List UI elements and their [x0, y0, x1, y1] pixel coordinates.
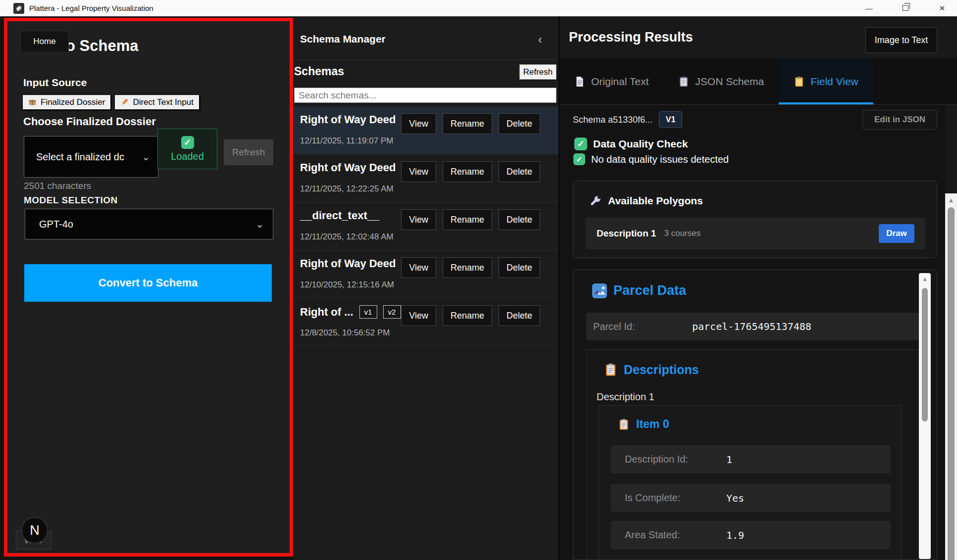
- view-button[interactable]: View: [401, 113, 436, 134]
- schema-date: 12/11/2025, 12:02:48 AM: [300, 232, 394, 242]
- schema-reference: Schema a51330f6...: [573, 115, 653, 125]
- refresh-dossier-button[interactable]: Refresh: [224, 140, 273, 165]
- schema-list-item[interactable]: Right of Way Deed 12/11/2025, 12:22:25 A…: [293, 154, 558, 202]
- scroll-up-icon[interactable]: ▲: [919, 273, 931, 285]
- window-title: Plattera - Legal Property Visualization: [29, 4, 153, 12]
- schema-name: Right of ... v1 v2: [300, 305, 401, 319]
- field-label: Is Complete:: [625, 492, 726, 504]
- scroll-up-icon[interactable]: ▲: [945, 193, 957, 206]
- version-badge-v1[interactable]: v1: [359, 305, 377, 319]
- field-value: 1: [726, 454, 732, 466]
- text-to-schema-panel: Home o Schema Input Source Finalized Dos…: [4, 18, 293, 557]
- scrollbar-thumb[interactable]: [948, 207, 955, 560]
- convert-to-schema-button[interactable]: Convert to Schema: [24, 264, 272, 302]
- rename-button[interactable]: Rename: [443, 209, 492, 230]
- minimize-button[interactable]: —: [862, 4, 876, 12]
- descriptions-title-text: Descriptions: [624, 363, 699, 377]
- schema-manager-title: Schema Manager: [300, 33, 386, 45]
- available-polygons-card: Available Polygons Description 1 3 cours…: [573, 181, 937, 258]
- delete-button[interactable]: Delete: [499, 305, 540, 326]
- wrench-icon: [590, 195, 602, 207]
- rename-button[interactable]: Rename: [443, 305, 492, 326]
- scrollbar-thumb[interactable]: [922, 288, 928, 421]
- dossier-select[interactable]: Select a finalized dc ⌄: [24, 136, 158, 178]
- delete-button[interactable]: Delete: [499, 161, 540, 182]
- character-count: 2501 characters: [24, 181, 91, 191]
- model-select[interactable]: GPT-4o ⌄: [25, 209, 273, 239]
- description-id-row: Description Id: 1: [611, 445, 891, 473]
- field-value: 1.9: [726, 529, 744, 541]
- polygon-row: Description 1 3 courses Draw: [586, 218, 925, 249]
- view-button[interactable]: View: [401, 257, 436, 278]
- polygons-title-text: Available Polygons: [608, 195, 703, 207]
- delete-button[interactable]: Delete: [499, 113, 540, 134]
- home-button[interactable]: Home: [20, 31, 69, 52]
- view-button[interactable]: View: [401, 305, 436, 326]
- pencil-icon: [120, 98, 129, 106]
- edit-in-json-button[interactable]: Edit in JSON: [862, 110, 937, 130]
- schema-name-text: Right of ...: [300, 306, 353, 319]
- schema-date: 12/8/2025, 10:56:52 PM: [300, 328, 390, 338]
- tab-json-schema[interactable]: JSON Schema: [663, 58, 779, 104]
- data-quality-text: No data quality issues detected: [591, 154, 729, 165]
- schema-date: 12/11/2025, 12:22:25 AM: [300, 184, 394, 194]
- app-icon: [13, 3, 24, 14]
- restore-icon: [903, 5, 908, 11]
- search-input[interactable]: [294, 88, 556, 103]
- available-polygons-title: Available Polygons: [590, 195, 703, 207]
- schema-version-badge[interactable]: V1: [659, 111, 682, 128]
- rename-button[interactable]: Rename: [443, 161, 492, 182]
- draw-button[interactable]: Draw: [879, 224, 914, 243]
- view-button[interactable]: View: [401, 161, 436, 182]
- parcel-id-row: Parcel Id: parcel-1765495137488: [586, 313, 920, 340]
- chevron-down-icon: ⌄: [142, 151, 150, 163]
- tab-label: Direct Text Input: [133, 97, 194, 107]
- tab-field-view[interactable]: Field View: [779, 58, 873, 104]
- schema-name: Right of Way Deed: [300, 161, 396, 174]
- collapse-panel-icon[interactable]: ‹: [538, 33, 542, 47]
- schema-name: __direct_text__: [300, 209, 379, 222]
- restore-button[interactable]: [899, 4, 912, 12]
- clipboard-icon: [618, 419, 630, 430]
- field-label: Description Id:: [625, 454, 726, 465]
- check-icon: ✓: [573, 153, 585, 165]
- schema-date: 12/11/2025, 11:19:07 PM: [300, 136, 393, 146]
- rename-button[interactable]: Rename: [443, 257, 492, 278]
- refresh-schemas-button[interactable]: Refresh: [519, 64, 556, 80]
- close-button[interactable]: ✕: [935, 4, 949, 13]
- schema-list-item[interactable]: __direct_text__ 12/11/2025, 12:02:48 AM …: [293, 202, 558, 250]
- image-to-text-button[interactable]: Image to Text: [865, 27, 937, 53]
- descriptions-section: Descriptions Description 1 Item 0 Descri…: [586, 349, 920, 560]
- polygon-meta: 3 courses: [664, 229, 879, 238]
- avatar[interactable]: N: [21, 517, 48, 544]
- polygon-name: Description 1: [597, 228, 656, 239]
- dossier-select-value: Select a finalized dc: [36, 151, 124, 163]
- schema-list-item[interactable]: Right of ... v1 v2 12/8/2025, 10:56:52 P…: [293, 298, 558, 346]
- delete-button[interactable]: Delete: [499, 209, 540, 230]
- clipboard-icon: [794, 76, 805, 87]
- field-value: Yes: [726, 492, 744, 504]
- tab-label: Original Text: [591, 76, 649, 88]
- schema-list-item[interactable]: Right of Way Deed 12/10/2025, 12:15:16 A…: [293, 250, 558, 298]
- tab-original-text[interactable]: Original Text: [559, 58, 663, 104]
- schema-manager-panel: Schema Manager ‹ Schemas Refresh Right o…: [293, 16, 559, 560]
- check-icon: ✓: [574, 138, 587, 150]
- description-group-label: Description 1: [597, 391, 655, 403]
- card-scrollbar[interactable]: ▲: [919, 273, 931, 559]
- item-title: Item 0: [618, 418, 669, 431]
- panel-scrollbar[interactable]: ▲ ▼: [945, 193, 957, 560]
- schema-list: Right of Way Deed 12/11/2025, 11:19:07 P…: [293, 106, 558, 346]
- delete-button[interactable]: Delete: [499, 257, 540, 278]
- schema-list-item[interactable]: Right of Way Deed 12/11/2025, 11:19:07 P…: [293, 106, 558, 154]
- parcel-id-label: Parcel Id:: [593, 321, 692, 332]
- clipboard-icon: [604, 363, 617, 376]
- rename-button[interactable]: Rename: [443, 113, 492, 134]
- direct-text-input-tab[interactable]: Direct Text Input: [114, 94, 200, 110]
- item-title-text: Item 0: [636, 418, 669, 431]
- parcel-data-card: Parcel Data Parcel Id: parcel-1765495137…: [573, 270, 937, 560]
- tab-label: Field View: [810, 76, 858, 88]
- field-view-content: Schema a51330f6... V1 Edit in JSON ✓ Dat…: [559, 105, 945, 560]
- view-button[interactable]: View: [401, 209, 436, 230]
- version-badge-v2[interactable]: v2: [383, 305, 401, 319]
- finalized-dossier-tab[interactable]: Finalized Dossier: [22, 94, 111, 110]
